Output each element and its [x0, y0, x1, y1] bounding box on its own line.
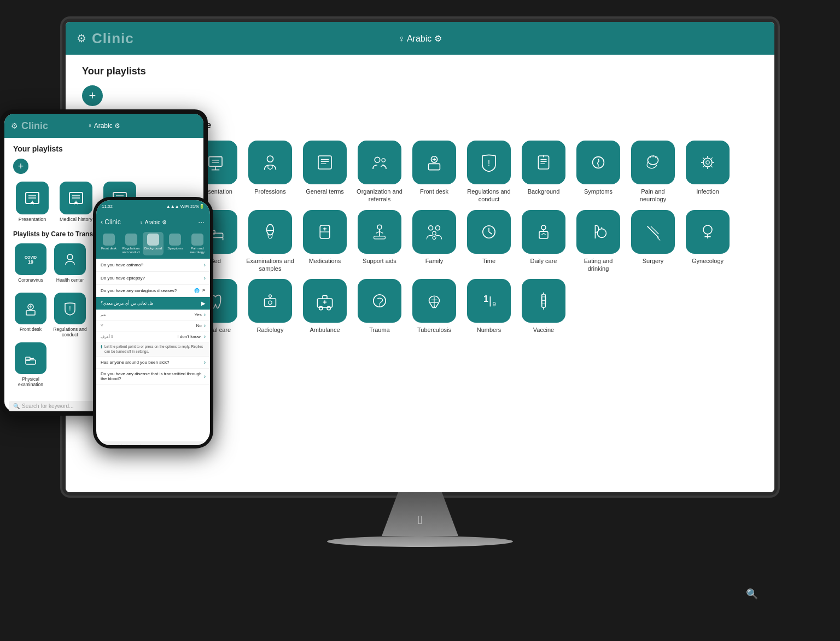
- tablet-grid-label: Coronavirus: [18, 277, 43, 283]
- tab-regulations[interactable]: Regulations and conduct: [120, 232, 141, 255]
- list-item[interactable]: ! Regulations and conduct: [465, 141, 513, 203]
- svg-line-58: [376, 231, 380, 233]
- list-item[interactable]: Symptoms: [574, 141, 622, 203]
- tablet-grid-label: Physical examination: [13, 376, 48, 387]
- arrow-icon: ›: [204, 312, 206, 318]
- tab-symptoms[interactable]: Symptoms: [165, 232, 185, 255]
- list-item[interactable]: Front desk: [13, 293, 48, 337]
- list-item[interactable]: Front desk: [410, 141, 458, 203]
- add-playlist-button[interactable]: +: [82, 85, 103, 106]
- list-item[interactable]: Gynecology: [684, 210, 732, 273]
- playlist-label: General terms: [306, 188, 344, 195]
- playlist-icon-time: [467, 210, 511, 254]
- list-item[interactable]: ! Regulations and conduct: [52, 293, 88, 337]
- question-text: Do you have epilepsy?: [101, 276, 145, 281]
- list-item[interactable]: Surgery: [629, 210, 677, 273]
- option-yes[interactable]: نعم Yes ›: [96, 310, 210, 320]
- tablet-gear-icon[interactable]: ⚙: [11, 121, 18, 130]
- play-icon[interactable]: ▶: [201, 300, 206, 306]
- playlist-label: Regulations and conduct: [465, 188, 513, 203]
- list-item[interactable]: COVID19 Coronavirus: [13, 243, 48, 288]
- playlist-label: Gynecology: [692, 257, 724, 265]
- list-item[interactable]: Background: [520, 141, 568, 203]
- list-item[interactable]: Professions: [246, 141, 294, 203]
- question-row-contagious[interactable]: Do you have any contagious diseases? 🌐 ⚑: [96, 285, 210, 297]
- playlist-label: Infection: [696, 188, 719, 195]
- tablet-add-button[interactable]: +: [13, 159, 28, 174]
- list-item[interactable]: Support aids: [355, 210, 404, 273]
- search-icon: 🔍: [13, 403, 20, 409]
- option-no[interactable]: Y No ›: [96, 320, 210, 331]
- list-item[interactable]: Examinations and samples: [246, 210, 294, 273]
- list-item[interactable]: Tuberculosis: [410, 279, 458, 334]
- playlist-icon-org: [358, 141, 401, 184]
- phone-more-button[interactable]: ···: [198, 218, 205, 226]
- tablet-grid-icon-front: [15, 293, 46, 324]
- phone-back-button[interactable]: ‹ Clinic: [101, 218, 121, 226]
- playlist-icon-symptoms: [576, 141, 620, 184]
- tablet-header: ⚙ Clinic ♀ Arabic ⚙: [4, 114, 203, 138]
- list-item[interactable]: Trauma: [355, 279, 404, 334]
- phone-search-bar[interactable]: 🔍 Search for keyword...: [96, 441, 210, 445]
- playlist-icon-bg: [522, 141, 565, 184]
- list-item[interactable]: Physical examination: [13, 342, 48, 387]
- playlist-icon-ambulance: [303, 279, 347, 323]
- svg-point-26: [598, 165, 599, 166]
- svg-point-123: [67, 254, 73, 260]
- tablet-title: Clinic: [21, 120, 48, 132]
- list-item[interactable]: Radiology: [246, 279, 294, 334]
- option-dontknow[interactable]: لا أعرف I don't know. ›: [96, 331, 210, 342]
- list-item[interactable]: Family: [410, 210, 458, 273]
- list-item[interactable]: Presentation: [13, 182, 51, 223]
- playlist-label: Surgery: [643, 257, 664, 265]
- gear-icon[interactable]: ⚙: [77, 32, 86, 45]
- question-text: Do you have asthma?: [101, 263, 143, 267]
- playlist-label: Front desk: [420, 188, 448, 195]
- list-item[interactable]: Infection: [684, 141, 732, 203]
- list-item[interactable]: Eating and drinking: [574, 210, 622, 273]
- playlist-label: Medications: [309, 257, 341, 265]
- question-text: Do you have any disease that is transmit…: [101, 371, 204, 381]
- list-item[interactable]: Medications: [301, 210, 349, 273]
- svg-point-97: [379, 306, 380, 307]
- svg-rect-3: [209, 157, 222, 167]
- svg-line-66: [489, 232, 492, 234]
- list-item[interactable]: 1 9 Numbers: [465, 279, 513, 334]
- phone-language[interactable]: ♀ Arabic ⚙: [139, 219, 167, 225]
- monitor-base: [327, 536, 513, 547]
- arrow-icon: ›: [204, 359, 206, 365]
- svg-line-34: [711, 166, 712, 167]
- list-item[interactable]: Daily care: [520, 210, 568, 273]
- svg-point-62: [435, 225, 440, 230]
- tab-icon-background: [147, 234, 159, 246]
- playlist-label: Examinations and samples: [246, 257, 294, 273]
- playlist-icon-eating: [576, 210, 620, 254]
- list-item[interactable]: Vaccine: [520, 279, 568, 334]
- list-item[interactable]: Pain and neurology: [629, 141, 677, 203]
- tablet-grid-label: Health center: [56, 277, 84, 283]
- playlist-label: Support aids: [363, 257, 396, 265]
- question-row-asthma[interactable]: Do you have asthma? ›: [96, 259, 210, 272]
- question-row-blood[interactable]: Do you have any disease that is transmit…: [96, 369, 210, 384]
- svg-line-143: [30, 358, 34, 359]
- list-item[interactable]: Organization and referrals: [355, 141, 404, 203]
- question-row-sick[interactable]: Has anyone around you been sick? ›: [96, 357, 210, 369]
- tab-background[interactable]: Background: [143, 232, 164, 255]
- language-selector[interactable]: ♀ Arabic ⚙: [398, 33, 441, 44]
- list-item[interactable]: Ambulance: [301, 279, 349, 334]
- playlist-icon-pain: [631, 141, 675, 184]
- list-item[interactable]: Medical history: [57, 182, 95, 223]
- list-item[interactable]: General terms: [301, 141, 349, 203]
- tablet-playlist-label: Presentation: [19, 217, 46, 223]
- svg-point-61: [429, 225, 433, 230]
- tablet-language[interactable]: ♀ Arabic ⚙: [88, 122, 120, 130]
- question-row-arabic[interactable]: هل تعاني من أي مرض معدي؟ ▶: [96, 297, 210, 310]
- svg-line-59: [380, 231, 383, 233]
- list-item[interactable]: Health center: [52, 243, 88, 288]
- question-row-epilepsy[interactable]: Do you have epilepsy? ›: [96, 272, 210, 285]
- svg-text:1: 1: [483, 295, 488, 304]
- list-item[interactable]: Time: [465, 210, 513, 273]
- tab-pain-neuro[interactable]: Pain and neurology: [187, 232, 208, 255]
- phone-time: 11:02: [102, 204, 113, 209]
- tab-front-desk[interactable]: Front desk: [98, 232, 119, 255]
